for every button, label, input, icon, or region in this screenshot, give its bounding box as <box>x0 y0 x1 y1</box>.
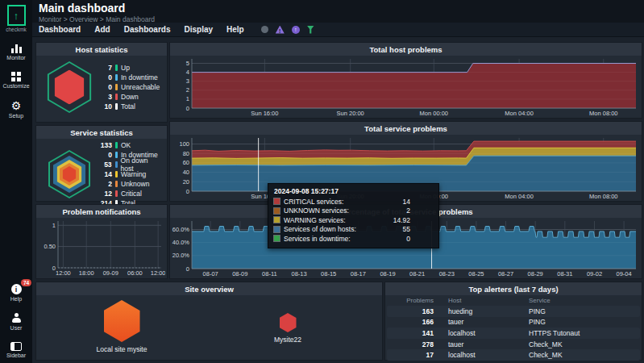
svg-text:08-09: 08-09 <box>232 270 247 277</box>
cell-host[interactable]: localhost <box>437 351 517 359</box>
panel-title: Site overview <box>36 282 382 295</box>
tooltip-value: 14 <box>403 198 433 206</box>
stat-row[interactable]: 0In downtime <box>94 73 162 82</box>
table-row[interactable]: 163huedingPING <box>387 306 640 317</box>
cell-service[interactable]: PING <box>517 307 640 315</box>
svg-text:08-13: 08-13 <box>291 270 306 277</box>
svg-text:08-25: 08-25 <box>468 270 484 277</box>
stat-row[interactable]: 53On down host <box>94 160 162 169</box>
stat-row[interactable]: 2Unknown <box>94 179 162 189</box>
tooltip-row: Services in downtime:0 <box>274 234 433 244</box>
sidebar-toggle-icon <box>10 342 22 351</box>
panel-service-statistics: Service statistics 133OK0In downtime53On… <box>35 125 168 202</box>
stat-row[interactable]: 3Down <box>94 92 162 102</box>
checkmk-icon[interactable]: ↑ <box>292 26 300 34</box>
menu-add[interactable]: Add <box>94 25 110 34</box>
svg-text:09-04: 09-04 <box>617 270 632 277</box>
checkmk-logo-hexagon-icon: ↑ <box>7 5 26 26</box>
stat-color-bar <box>115 84 118 90</box>
menu-display[interactable]: Display <box>184 25 213 34</box>
tooltip-label: UNKNOWN services: <box>284 207 349 215</box>
filter-icon[interactable] <box>307 26 314 34</box>
cell-host[interactable]: hueding <box>437 307 517 315</box>
stat-label: Unreachable <box>121 83 160 91</box>
cell-problems: 17 <box>387 351 437 359</box>
logo-text: checkmk <box>6 27 27 32</box>
svg-text:12:00: 12:00 <box>151 269 165 277</box>
table-row[interactable]: 278tauerCheck_MK <box>387 339 640 350</box>
column-problems: Problems <box>387 297 437 304</box>
svg-text:0.50: 0.50 <box>44 243 56 250</box>
stat-row[interactable]: 133OK <box>94 140 162 150</box>
site-local-site-mysite[interactable]: Local site mysite <box>72 300 172 353</box>
table-row[interactable]: 17localhostCheck_MK <box>387 349 640 361</box>
panel-title: Service statistics <box>36 126 167 139</box>
tooltip-label: Services of down hosts: <box>284 225 356 233</box>
svg-text:2: 2 <box>186 86 189 94</box>
stat-row[interactable]: 14Warning <box>94 169 162 179</box>
cell-host[interactable]: tauer <box>437 318 517 326</box>
warning-icon[interactable]: ! <box>276 26 285 34</box>
up-arrow-icon: ↑ <box>14 10 19 21</box>
panel-total-host-problems: Total host problems 012345Sun 16:00Sun 2… <box>169 42 642 119</box>
stat-row[interactable]: 12Critical <box>94 189 162 198</box>
legend-swatch <box>274 227 280 232</box>
sidebar-item-sidebar[interactable]: Sidebar <box>6 342 26 358</box>
host-state-hexagon[interactable] <box>44 59 94 115</box>
menu-dashboard[interactable]: Dashboard <box>39 25 81 34</box>
cell-service[interactable]: HTTPS Tutonaut <box>517 329 640 337</box>
menu-help[interactable]: Help <box>226 25 244 34</box>
service-state-hexagon[interactable] <box>44 149 94 199</box>
svg-text:Sun 16:00: Sun 16:00 <box>251 110 278 117</box>
sidebar-item-help[interactable]: i 74 Help <box>10 284 22 302</box>
stat-value: 7 <box>94 64 112 72</box>
cell-service[interactable]: Check_MK <box>517 351 640 359</box>
checkmk-logo[interactable]: ↑ checkmk <box>6 5 27 32</box>
legend-swatch <box>274 198 280 204</box>
cell-host[interactable]: localhost <box>437 329 517 337</box>
help-badge: 74 <box>21 279 31 286</box>
sidebar-item-monitor[interactable]: Monitor <box>6 44 25 60</box>
stat-value: 133 <box>94 141 112 149</box>
table-row[interactable]: 141localhostHTTPS Tutonaut <box>387 328 640 339</box>
stat-color-bar <box>115 152 118 158</box>
tooltip-row: UNKNOWN services:2 <box>274 207 433 216</box>
svg-text:Sun 20:00: Sun 20:00 <box>337 110 364 117</box>
cell-service[interactable]: Check_MK <box>517 340 640 348</box>
tooltip-value: 55 <box>403 225 433 233</box>
sidebar-item-customize[interactable]: Customize <box>2 72 29 89</box>
stat-value: 14 <box>94 170 112 178</box>
sidebar-item-user[interactable]: User <box>10 313 23 331</box>
total-host-problems-chart[interactable]: 012345Sun 16:00Sun 20:00Mon 00:00Mon 04:… <box>170 56 640 117</box>
table-row[interactable]: 166tauerPING <box>387 317 640 328</box>
cell-host[interactable]: tauer <box>437 340 517 348</box>
sidebar-item-setup[interactable]: ⚙ Setup <box>9 100 23 119</box>
tooltip-value: 0 <box>406 235 433 243</box>
info-icon: i <box>11 284 22 294</box>
svg-text:08-11: 08-11 <box>262 270 277 277</box>
cell-problems: 166 <box>387 318 437 326</box>
svg-text:08-21: 08-21 <box>409 270 425 277</box>
bar-chart-icon <box>11 44 22 53</box>
menu-dashboards[interactable]: Dashboards <box>124 25 171 34</box>
stat-row[interactable]: 0Unreachable <box>94 82 162 92</box>
panel-top-alerters: Top alerters (last 7 days) Problems Host… <box>384 282 642 361</box>
site-mysite22[interactable]: Mysite22 <box>238 300 338 344</box>
problem-notifications-chart[interactable]: 00.50112:0018:0009-0906:0012:00 <box>36 218 165 277</box>
svg-text:80: 80 <box>183 150 189 157</box>
stat-color-bar <box>115 103 118 110</box>
svg-text:08-07: 08-07 <box>203 270 218 277</box>
svg-text:18:00: 18:00 <box>79 269 94 277</box>
slideout-icon[interactable] <box>261 26 268 33</box>
cell-problems: 278 <box>387 340 437 348</box>
tooltip-label: CRITICAL services: <box>284 198 343 206</box>
stat-row[interactable]: 7Up <box>94 63 162 73</box>
panel-problem-notifications: Problem notifications 00.50112:0018:0009… <box>35 204 168 279</box>
svg-text:06:00: 06:00 <box>127 269 143 277</box>
svg-text:40: 40 <box>183 169 189 176</box>
stat-row[interactable]: 10Total <box>94 102 162 111</box>
cell-service[interactable]: PING <box>517 318 640 326</box>
stat-value: 0 <box>94 73 112 81</box>
svg-text:1: 1 <box>52 222 56 229</box>
stat-value: 3 <box>94 93 112 101</box>
